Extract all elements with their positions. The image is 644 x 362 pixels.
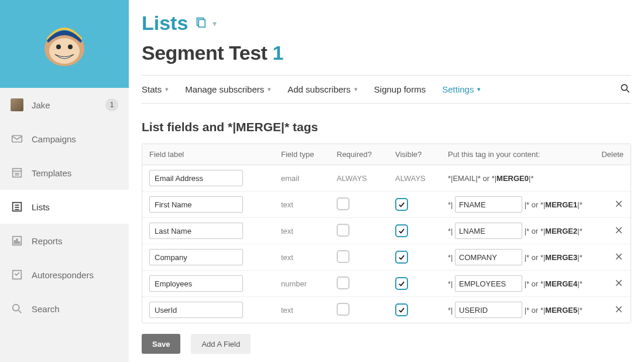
field-label-input[interactable] (149, 170, 243, 186)
page-title-number: 1 (272, 42, 283, 64)
merge-tag-text: *|EMAIL|* or *|MERGE0|* (448, 174, 533, 183)
merge-tag-input[interactable] (455, 275, 522, 292)
avatar (11, 98, 23, 111)
table-header: Field label Field type Required? Visible… (142, 144, 631, 165)
merge-tag-wrapper: *| |* or *|MERGE1|* (448, 200, 583, 209)
delete-button[interactable] (614, 278, 624, 288)
merge-tag-wrapper: *| |* or *|MERGE4|* (448, 279, 583, 288)
field-type: number (281, 279, 337, 288)
chevron-down-icon: ▾ (165, 86, 169, 93)
required-checkbox[interactable] (337, 250, 350, 263)
tab-manage-subscribers[interactable]: Manage subscribers▾ (185, 84, 271, 94)
tab-signup-forms[interactable]: Signup forms (374, 84, 426, 94)
save-button[interactable]: Save (142, 334, 180, 354)
field-label-input[interactable] (149, 302, 243, 318)
th-delete: Delete (591, 150, 624, 159)
field-type: text (281, 306, 337, 315)
search-button[interactable] (619, 83, 631, 96)
nav-label: Lists (32, 202, 50, 212)
svg-line-23 (627, 90, 629, 93)
tab-add-subscribers[interactable]: Add subscribers▾ (287, 84, 358, 94)
sidebar: Jake 1 Campaigns Templates Lists (0, 0, 129, 362)
search-icon (619, 83, 631, 94)
nav-item-user[interactable]: Jake 1 (0, 88, 129, 122)
nav: Jake 1 Campaigns Templates Lists (0, 88, 129, 326)
merge-tag-wrapper: *| |* or *|MERGE5|* (448, 306, 583, 315)
svg-rect-15 (16, 239, 18, 243)
nav-item-lists[interactable]: Lists (0, 190, 129, 224)
field-label-input[interactable] (149, 249, 243, 265)
nav-item-templates[interactable]: Templates (0, 156, 129, 190)
delete-button[interactable] (614, 252, 624, 261)
field-type: email (281, 174, 337, 183)
visible-static: ALWAYS (395, 174, 426, 183)
field-label-input[interactable] (149, 196, 243, 213)
th-required: Required? (337, 150, 395, 159)
required-checkbox[interactable] (337, 276, 350, 289)
nav-label: Campaigns (32, 134, 76, 144)
table-row: text*| |* or *|MERGE3|* (142, 244, 631, 271)
table-row: text*| |* or *|MERGE5|* (142, 297, 631, 323)
lists-icon (11, 200, 23, 213)
required-checkbox[interactable] (337, 197, 350, 210)
svg-point-22 (621, 84, 627, 90)
required-checkbox[interactable] (337, 303, 350, 316)
field-type: text (281, 227, 337, 235)
visible-checkbox[interactable] (395, 303, 408, 316)
visible-checkbox[interactable] (395, 251, 408, 264)
field-label-input[interactable] (149, 275, 243, 292)
tab-stats[interactable]: Stats▾ (142, 84, 169, 94)
th-visible: Visible? (395, 150, 448, 159)
field-type: text (281, 200, 337, 209)
reports-icon (11, 234, 23, 247)
merge-tag-input[interactable] (455, 249, 522, 265)
nav-user-name: Jake (32, 100, 50, 110)
visible-checkbox[interactable] (395, 277, 408, 290)
svg-point-3 (68, 45, 73, 49)
breadcrumb[interactable]: Lists ▾ (142, 12, 631, 35)
svg-rect-5 (13, 169, 22, 177)
add-field-button[interactable]: Add A Field (191, 334, 251, 354)
page-title-text: Segment Test (142, 42, 267, 64)
nav-item-search[interactable]: Search (0, 292, 129, 326)
logo (0, 0, 129, 88)
visible-checkbox[interactable] (395, 198, 408, 211)
nav-item-reports[interactable]: Reports (0, 224, 129, 258)
nav-label: Reports (32, 236, 63, 246)
chevron-down-icon: ▾ (213, 19, 217, 28)
th-label: Field label (149, 150, 281, 159)
breadcrumb-pages-icon (194, 16, 207, 30)
main: Lists ▾ Segment Test 1 Stats▾ Manage sub… (129, 0, 644, 362)
th-type: Field type (281, 150, 337, 159)
merge-tag-input[interactable] (455, 302, 522, 318)
visible-checkbox[interactable] (395, 224, 408, 237)
delete-button[interactable] (614, 226, 624, 235)
svg-rect-14 (14, 241, 15, 244)
required-checkbox[interactable] (337, 224, 350, 237)
nav-item-campaigns[interactable]: Campaigns (0, 122, 129, 156)
section-title: List fields and *|MERGE|* tags (142, 120, 631, 134)
page-title: Segment Test 1 (142, 42, 631, 64)
nav-user-badge: 1 (105, 98, 118, 111)
nav-label: Templates (32, 168, 71, 178)
svg-point-1 (49, 38, 80, 64)
svg-line-19 (19, 310, 22, 313)
table-row: emailALWAYSALWAYS*|EMAIL|* or *|MERGE0|* (142, 165, 631, 192)
fields-table: Field label Field type Required? Visible… (142, 144, 631, 323)
button-row: Save Add A Field (142, 334, 631, 354)
nav-item-autoresponders[interactable]: Autoresponders (0, 258, 129, 292)
autoresponders-icon (11, 268, 23, 281)
breadcrumb-title: Lists (142, 12, 188, 35)
templates-icon (11, 166, 23, 179)
delete-button[interactable] (614, 199, 624, 209)
svg-point-18 (13, 305, 19, 311)
table-row: text*| |* or *|MERGE1|* (142, 192, 631, 218)
merge-tag-input[interactable] (455, 196, 522, 213)
merge-tag-input[interactable] (455, 223, 522, 239)
field-label-input[interactable] (149, 223, 243, 239)
tab-settings[interactable]: Settings▾ (442, 84, 481, 94)
chevron-down-icon: ▾ (354, 86, 358, 93)
envelope-icon (11, 132, 23, 145)
merge-tag-wrapper: *| |* or *|MERGE3|* (448, 253, 583, 262)
delete-button[interactable] (614, 305, 624, 314)
